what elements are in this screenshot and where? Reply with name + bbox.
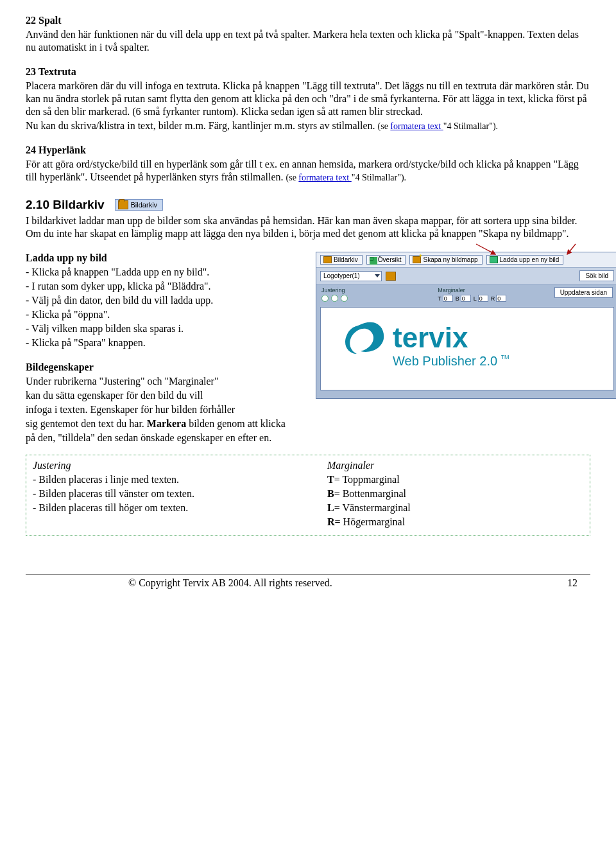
heading-24: 24 Hyperlänk: [26, 144, 86, 155]
new-folder-icon: [413, 256, 421, 263]
marg-t: T= Toppmarginal: [327, 473, 583, 486]
panel-props-row: Justering Marginaler T B L R: [316, 284, 616, 303]
panel-btn-sok-bild[interactable]: Sök bild: [579, 270, 614, 281]
bildarkiv-panel: Bildarkiv Översikt Skapa ny bildmapp Lad…: [316, 252, 616, 399]
margin-top-field: T: [438, 295, 453, 302]
svg-text:Web Publisher 2.0
            : Web Publisher 2.0 TM: [393, 354, 509, 368]
bildeg-l2: kan du sätta egenskaper för den bild du …: [26, 389, 308, 402]
margin-bottom-field: B: [456, 295, 471, 302]
body-23b: Nu kan du skriva/klistra in text, bilder…: [26, 119, 590, 132]
step-2: - I rutan som dyker upp, klicka på "Bläd…: [26, 280, 308, 293]
body-23a: Placera markören där du vill infoga en t…: [26, 80, 590, 118]
bildeg-l4: sig gentemot den text du har. Markera bi…: [26, 417, 590, 430]
step-5: - Välj vilken mapp bilden ska sparas i.: [26, 322, 308, 335]
bildeg-l3: infoga i texten. Egenskaper för hur bild…: [26, 403, 308, 416]
body-24: För att göra ord/stycke/bild till en hyp…: [26, 158, 590, 184]
margin-right-field: R: [491, 295, 507, 302]
margin-bottom-input[interactable]: [461, 295, 471, 302]
marg-b: B= Bottenmarginal: [327, 487, 583, 500]
panel-folder-row: Logotyper(1) Sök bild: [316, 268, 616, 284]
heading-2-10-bildarkiv: 2.10 Bildarkiv Bildarkiv: [26, 198, 590, 212]
label-marginaler: Marginaler: [438, 287, 535, 293]
margin-top-input[interactable]: [443, 295, 453, 302]
footer-page-number: 12: [567, 577, 590, 589]
bildeg-l1: Under rubrikerna "Justering" och "Margin…: [26, 375, 308, 388]
heading-bildegenskaper: Bildegenskaper: [26, 361, 308, 374]
panel-folder-select[interactable]: Logotyper(1): [320, 271, 382, 281]
col-justering: Justering - Bilden placeras i linje med …: [33, 459, 289, 530]
panel-image-preview: tervix Web Publisher 2.0 TM: [320, 307, 614, 390]
body-22: Använd den här funktionen när du vill de…: [26, 28, 590, 54]
margin-right-input[interactable]: [496, 295, 506, 302]
box-head-marginaler: Marginaler: [327, 459, 583, 472]
tervix-logo: tervix Web Publisher 2.0 TM: [340, 320, 539, 378]
step-1: - Klicka på knappen "Ladda upp en ny bil…: [26, 266, 308, 279]
just-l1: - Bilden placeras i linje med texten.: [33, 473, 289, 486]
justering-marginaler-box: Justering - Bilden placeras i linje med …: [26, 455, 590, 536]
page-footer: © Copyright Tervix AB 2004. All rights r…: [26, 574, 590, 589]
marg-l: L= Vänstermarginal: [327, 502, 583, 514]
radio-left[interactable]: [331, 295, 338, 302]
grid-icon: [370, 257, 376, 263]
label-justering: Justering: [321, 287, 418, 293]
just-l2: - Bilden placeras till vänster om texten…: [33, 487, 289, 500]
heading-23: 23 Textruta: [26, 66, 590, 78]
go-folder-icon[interactable]: [386, 272, 396, 281]
folder-icon: [118, 200, 128, 209]
heading-ladda-upp: Ladda upp ny bild: [26, 252, 308, 265]
link-formatera-text-1[interactable]: formatera text: [390, 121, 443, 131]
box-head-justering: Justering: [33, 459, 289, 472]
margin-left-field: L: [474, 295, 488, 302]
justering-radios: [321, 295, 418, 302]
radio-right[interactable]: [341, 295, 348, 302]
section-24-hyperlank: 24 Hyperlänk För att göra ord/stycke/bil…: [26, 144, 590, 184]
col-marginaler: Marginaler T= Toppmarginal B= Bottenmarg…: [327, 459, 583, 530]
body-2-10: I bildarkivet laddar man upp de bilder s…: [26, 214, 590, 240]
marg-r: R= Högermarginal: [327, 516, 583, 529]
radio-inline[interactable]: [321, 295, 329, 302]
step-4: - Klicka på "öppna".: [26, 308, 308, 321]
section-22-spalt: 22 Spalt Använd den här funktionen när d…: [26, 14, 590, 54]
bildeg-l5: på den, "tilldela" den sedan önskade ege…: [26, 432, 590, 444]
panel-btn-uppdatera[interactable]: Uppdatera sidan: [554, 287, 613, 298]
link-formatera-text-2[interactable]: formatera text: [298, 173, 351, 182]
button-image-bildarkiv: Bildarkiv: [115, 199, 164, 211]
just-l3: - Bilden placeras till höger om texten.: [33, 502, 289, 514]
svg-text:tervix: tervix: [393, 322, 468, 353]
annotation-arrows: [316, 240, 616, 262]
section-23-textruta: 23 Textruta Placera markören där du vill…: [26, 66, 590, 132]
footer-copyright: © Copyright Tervix AB 2004. All rights r…: [128, 577, 332, 589]
heading-22: 22 Spalt: [26, 14, 590, 27]
step-3: - Välj på din dator, den bild du vill la…: [26, 294, 308, 307]
margin-left-input[interactable]: [478, 295, 488, 302]
step-6: - Klicka på "Spara" knappen.: [26, 336, 308, 349]
